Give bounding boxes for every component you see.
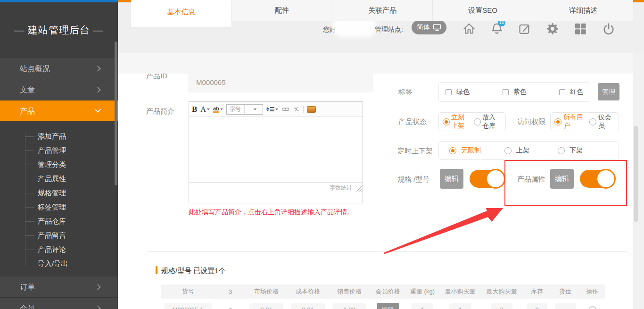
radio-icon[interactable]	[474, 118, 481, 125]
font-size-select[interactable]: 字号	[226, 104, 263, 115]
word-count-button[interactable]: 字数统计	[330, 184, 352, 192]
insert-link-icon[interactable]	[281, 107, 289, 112]
sidebar-menu-bottom: 订单 会员	[0, 276, 118, 309]
sidebar-item-label: 订单	[20, 283, 35, 291]
min-buy-input[interactable]: 1	[449, 303, 471, 309]
apps-grid-icon[interactable]	[573, 22, 587, 36]
spec-model-label: 规格 /型号	[397, 175, 429, 184]
settings-gear-icon[interactable]	[545, 22, 560, 36]
tag-label: 绿色	[456, 88, 470, 96]
sidebar-scrollbar-thumb[interactable]	[115, 42, 117, 185]
sidebar-subitem-messages[interactable]: 产品留言	[0, 228, 118, 242]
resize-handle[interactable]	[356, 186, 362, 192]
power-logout-icon[interactable]	[602, 22, 616, 36]
sidebar-subitem-category-manage[interactable]: 管理分类	[0, 158, 118, 172]
access-box: 所有用户 仅会员	[550, 112, 619, 131]
editor-toolbar: B A ab 字号	[189, 102, 363, 117]
font-color-button[interactable]: A	[200, 105, 210, 114]
tag-option-green[interactable]: 绿色	[446, 88, 470, 96]
cost-price-input[interactable]: 0.01	[291, 303, 325, 309]
sidebar-subitem-tag-manage[interactable]: 标签管理	[0, 200, 118, 214]
location-input[interactable]	[555, 303, 576, 309]
language-switch-button[interactable]: 简体	[412, 20, 446, 34]
schedule-unlimited-label: 无限制	[461, 146, 481, 155]
col-sale-price: 销售价格	[329, 287, 370, 296]
editor-text-area[interactable]	[189, 117, 363, 182]
col-max-buy: 最大购买量	[481, 287, 522, 296]
spec-toggle-on[interactable]	[470, 170, 504, 188]
insert-image-icon[interactable]	[307, 106, 316, 113]
toggle-knob	[486, 169, 505, 189]
checkbox-icon[interactable]	[559, 89, 565, 95]
market-price-input[interactable]: 0.01	[249, 303, 283, 309]
bold-button[interactable]: B	[192, 105, 197, 114]
radio-icon[interactable]	[504, 147, 512, 154]
tab-basic-info[interactable]: 基本信息	[131, 0, 231, 27]
manage-site-label: 管理站点:	[375, 25, 403, 34]
chevron-down-icon	[95, 107, 101, 113]
sale-price-input[interactable]: 1.00	[332, 303, 366, 309]
col-min-buy: 最小购买量	[439, 287, 481, 296]
tags-box: 绿色 紫色 红色	[438, 82, 590, 102]
stock-input[interactable]: 0	[527, 303, 547, 309]
caret-down-icon	[275, 109, 278, 110]
sidebar-subitem-product-attrs[interactable]: 产品属性	[0, 172, 118, 186]
member-price-edit-button[interactable]: 编辑	[377, 303, 399, 309]
home-icon[interactable]	[462, 22, 476, 36]
sidebar-item-label: 产品	[20, 107, 35, 115]
checkbox-icon[interactable]	[503, 89, 509, 95]
radio-selected-icon[interactable]	[449, 147, 456, 154]
schedule-on-label: 上架	[516, 146, 529, 155]
sku-input[interactable]: M000065-1	[165, 303, 212, 309]
checkbox-icon[interactable]	[446, 89, 452, 95]
lines-icon	[270, 107, 274, 111]
radio-icon[interactable]	[558, 147, 565, 154]
sidebar-item-orders[interactable]: 订单	[0, 276, 118, 297]
spec-value: 6	[215, 307, 246, 309]
tab-detail-description[interactable]: 详细描述	[533, 0, 633, 21]
notifications-bell-icon[interactable]: 10	[490, 22, 504, 36]
sidebar-subitem-reviews[interactable]: 产品评论	[0, 242, 118, 257]
sidebar-item-site-overview[interactable]: 站点概况	[0, 58, 118, 79]
highlight-button[interactable]: ab	[213, 106, 223, 113]
sidebar-subitem-spec-manage[interactable]: 规格管理	[0, 186, 118, 200]
sidebar-subitem-product-manage[interactable]: 产品管理	[0, 143, 118, 158]
line-height-button[interactable]	[266, 107, 278, 111]
page-scrollbar-thumb[interactable]	[634, 126, 638, 222]
spec-section-card: 规格/型号 已设置1个 货号 3 市场价格 成本价格 销售价格 会员价格 重量 …	[145, 251, 630, 309]
max-buy-input[interactable]: 3	[491, 303, 512, 309]
tab-seo[interactable]: 设置SEO	[432, 0, 533, 21]
admin-window: — 建站管理后台 — 站点概况 文章 产品 添加产品 产品管理 管理分类 产品属…	[0, 0, 644, 309]
radio-icon[interactable]	[589, 118, 596, 125]
tag-option-red[interactable]: 红色	[559, 88, 583, 96]
toolbar-divider	[303, 106, 304, 113]
radio-selected-icon[interactable]	[554, 118, 561, 125]
spec-edit-button[interactable]: 编辑	[440, 169, 463, 189]
remove-link-icon[interactable]	[293, 106, 300, 112]
col-member-price: 会员价格	[370, 287, 405, 296]
sidebar-subitem-import-export[interactable]: 导入/导出	[0, 257, 118, 271]
tags-label: 标签	[398, 88, 413, 97]
tab-related-products[interactable]: 关联产品	[332, 0, 432, 21]
col-market-price: 市场价格	[246, 287, 287, 296]
product-status-box: 立刻上架 放入仓库	[438, 112, 506, 131]
highlight-glyph: ab	[213, 106, 219, 113]
sidebar-item-articles[interactable]: 文章	[0, 79, 118, 100]
tag-option-purple[interactable]: 紫色	[503, 88, 527, 96]
chevron-right-icon	[95, 87, 101, 93]
manage-tags-button[interactable]: 管理	[598, 83, 619, 100]
row-action-icon[interactable]	[588, 306, 596, 309]
sidebar-item-products[interactable]: 产品	[0, 100, 118, 121]
sidebar-item-label: 站点概况	[20, 65, 50, 73]
status-on-label: 立刻上架	[451, 113, 471, 130]
weight-input[interactable]: 1	[412, 303, 433, 309]
col-actions: 操作	[579, 287, 605, 296]
tab-bar	[118, 53, 633, 74]
editor-statusbar: 字数统计	[189, 182, 363, 192]
radio-selected-icon[interactable]	[443, 118, 450, 125]
sidebar-item-members[interactable]: 会员	[0, 297, 118, 309]
sidebar-subitem-warehouse[interactable]: 产品仓库	[0, 214, 118, 228]
tab-accessories[interactable]: 配件	[231, 0, 332, 21]
sidebar-subitem-add-product[interactable]: 添加产品	[0, 129, 118, 143]
edit-icon[interactable]	[518, 22, 532, 36]
